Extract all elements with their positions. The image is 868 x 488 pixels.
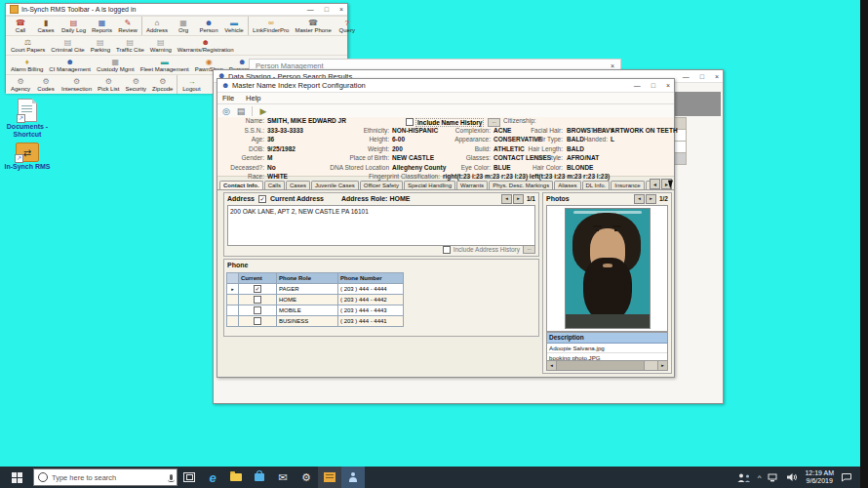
toolbar-button-parking[interactable]: ▤Parking — [88, 36, 113, 55]
rms-toolbar-taskbar-button[interactable] — [318, 467, 341, 488]
network-icon[interactable] — [768, 473, 779, 482]
row-selector[interactable] — [227, 305, 239, 316]
tab-phys-desc-markings[interactable]: Phys. Desc. Markings — [489, 181, 553, 189]
preview-icon[interactable]: ◎ — [222, 106, 230, 116]
next-photo-button[interactable]: ► — [646, 194, 656, 204]
row-selector[interactable] — [227, 316, 239, 327]
close-button[interactable]: × — [339, 6, 343, 13]
toolbar-button-intersection[interactable]: ⚙Intersection — [59, 75, 95, 94]
tab-dl-info[interactable]: DL Info. — [582, 181, 611, 189]
maximize-button[interactable]: □ — [325, 6, 329, 13]
tab-cases[interactable]: Cases — [286, 181, 310, 189]
scrollbar-thumb[interactable] — [557, 361, 645, 370]
taskbar-clock[interactable]: 12:19 AM 9/6/2019 — [805, 469, 834, 485]
file-explorer-button[interactable] — [224, 467, 248, 488]
toolbar-button-court-papers[interactable]: ⚖Court Papers — [8, 36, 48, 55]
maximize-button[interactable]: □ — [651, 82, 655, 89]
desktop-icon-documents[interactable]: ↗ Documents - Shortcut — [4, 99, 51, 139]
row-selector[interactable] — [227, 295, 239, 305]
volume-icon[interactable] — [786, 472, 798, 482]
include-name-history-checkbox[interactable] — [406, 118, 414, 126]
action-center-icon[interactable] — [841, 472, 852, 482]
toolbar-button-traffic-cite[interactable]: ▤Traffic Cite — [113, 36, 147, 55]
report-titlebar[interactable]: ☻ Master Name Index Report Configuration… — [217, 79, 674, 93]
people-tray-icon[interactable] — [737, 473, 751, 482]
taskbar-search-input[interactable]: Type here to search — [33, 468, 178, 486]
toolbar-button-review[interactable]: ✎Review — [115, 17, 140, 35]
current-checkbox[interactable] — [254, 296, 261, 304]
tab-special-handling[interactable]: Special Handling — [404, 181, 455, 189]
next-address-button[interactable]: ► — [513, 194, 524, 204]
toolbar-button-vehicle[interactable]: ▬Vehicle — [221, 17, 247, 35]
maximize-button[interactable]: □ — [700, 73, 704, 80]
current-checkbox[interactable] — [254, 317, 261, 325]
current-address-checkbox[interactable]: ✓ — [258, 195, 266, 203]
toolbar-button-daily-log[interactable]: ▤Daily Log — [59, 17, 89, 35]
scroll-right-icon[interactable]: ► — [657, 361, 667, 370]
toolbar-button-warrants-registration[interactable]: ☻Warrants/Registration — [175, 36, 237, 55]
menu-file[interactable]: File — [222, 94, 234, 102]
mail-button[interactable]: ✉ — [271, 467, 295, 488]
edge-button[interactable]: e — [201, 467, 224, 488]
toolbar-button-cases[interactable]: ▮Cases — [33, 17, 59, 35]
tab-juvenile-cases[interactable]: Juvenile Cases — [311, 181, 359, 189]
scroll-left-icon[interactable]: ◄ — [547, 361, 557, 370]
toolbar-button-custody-mgmt[interactable]: ▦Custody Mgmt — [94, 56, 138, 74]
task-view-button[interactable] — [178, 467, 201, 488]
toolbar-button-linkfinderpro[interactable]: ∞LinkFinderPro — [250, 17, 292, 35]
close-button[interactable]: × — [611, 62, 614, 69]
microphone-icon[interactable] — [170, 474, 173, 480]
photo-scrollbar[interactable]: ◄ ► — [546, 360, 668, 371]
current-checkbox[interactable]: ✓ — [254, 285, 261, 293]
toolbar-button-fleet-management[interactable]: ▬Fleet Management — [138, 56, 192, 74]
phone-row-mobile[interactable]: MOBILE( 203 ) 444 - 4443 — [227, 305, 404, 316]
print-icon[interactable]: ▤ — [237, 106, 246, 116]
prev-address-button[interactable]: ◄ — [501, 194, 512, 204]
toolbar-button-zipcode[interactable]: ⚙Zipcode — [149, 75, 176, 94]
phone-table[interactable]: CurrentPhone RolePhone Number▸✓PAGER( 20… — [226, 272, 404, 327]
start-button[interactable] — [0, 467, 33, 488]
toolbar-button-pick-list[interactable]: ⚙Pick List — [95, 75, 122, 94]
photo-description-row[interactable]: Adoopie Salvana.jpg — [547, 344, 667, 353]
minimize-button[interactable]: — — [307, 6, 314, 13]
toolbar-button-alarm-billing[interactable]: ♦Alarm Billing — [8, 56, 46, 74]
address-history-more-button[interactable]: ... — [523, 245, 535, 254]
toolbar-button-agency[interactable]: ⚙Agency — [8, 75, 33, 94]
toolbar-button-master-phone[interactable]: ☎Master Phone — [292, 17, 334, 35]
tab-calls[interactable]: Calls — [264, 181, 285, 189]
address-textbox[interactable]: 200 OAK LANE, APT 2, NEW CASTLE PA 16101 — [227, 205, 535, 246]
current-checkbox[interactable] — [254, 306, 261, 314]
toolbar-button-query[interactable]: ?Query — [335, 17, 360, 35]
minimize-button[interactable]: — — [683, 73, 690, 80]
toolbar-button-person[interactable]: ☻Person — [196, 17, 221, 35]
tab-officer-safety[interactable]: Officer Safety — [360, 181, 403, 189]
tab-insurance[interactable]: Insurance — [611, 181, 644, 189]
toolbar-button-ci-management[interactable]: ☻CI Management — [46, 56, 94, 74]
toolbar-button-call[interactable]: ☎Call — [8, 17, 33, 35]
close-button[interactable]: × — [666, 82, 670, 89]
toolbar-button-reports[interactable]: ▦Reports — [89, 17, 115, 35]
toolbar-button-codes[interactable]: ⚙Codes — [33, 75, 59, 94]
phone-row-business[interactable]: BUSINESS( 203 ) 444 - 4441 — [227, 316, 404, 327]
phone-row-pager[interactable]: ▸✓PAGER( 203 ) 444 - 4444 — [227, 284, 404, 295]
toolbar-button-warning[interactable]: ▤Warning — [147, 36, 175, 55]
desktop-icon-insynch-rms[interactable]: ⇄ ↗ In-Synch RMS — [4, 142, 51, 171]
row-selector[interactable]: ▸ — [227, 284, 239, 295]
tab-warrants[interactable]: Warrants — [456, 181, 488, 189]
person-app-taskbar-button[interactable] — [341, 467, 365, 488]
minimize-button[interactable]: — — [634, 82, 641, 89]
toolbar-button-org[interactable]: ▦Org — [171, 17, 196, 35]
rms-toolbar-titlebar[interactable]: In-Synch RMS Toolbar - A is logged in — … — [6, 4, 347, 16]
tab-scroll-left-icon[interactable]: ◄ — [650, 179, 660, 189]
toolbar-button-criminal-cite[interactable]: ▤Criminal Cite — [48, 36, 87, 55]
close-button[interactable]: × — [715, 73, 719, 80]
toolbar-button-security[interactable]: ⚙Security — [122, 75, 149, 94]
toolbar-button-address[interactable]: ⌂Address — [143, 17, 171, 35]
hidden-icons-chevron[interactable]: ^ — [758, 473, 762, 482]
tab-aliases[interactable]: Aliases — [554, 181, 580, 189]
include-address-history-checkbox[interactable] — [443, 246, 451, 254]
exit-icon[interactable]: ▶ — [259, 106, 266, 116]
phone-row-home[interactable]: HOME( 203 ) 444 - 4442 — [227, 295, 404, 305]
prev-photo-button[interactable]: ◄ — [634, 194, 645, 204]
toolbar-button-logout[interactable]: →Logout — [178, 75, 204, 94]
